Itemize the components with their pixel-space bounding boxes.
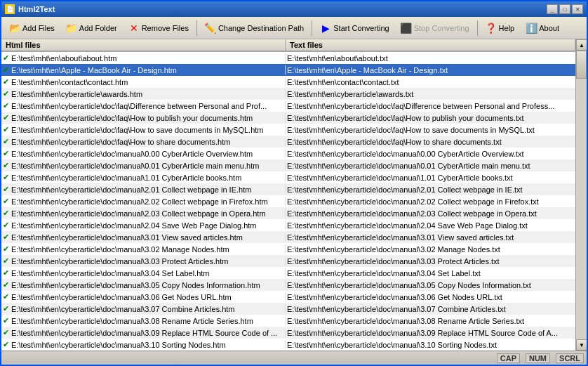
table-row[interactable]: ✔E:\test\mht\en\cyberarticle\doc\faq\How… <box>1 124 575 136</box>
check-icon: ✔ <box>3 328 9 337</box>
stop-converting-icon: ⬛ <box>401 22 412 34</box>
check-icon: ✔ <box>3 268 9 277</box>
txt-cell: E:\test\mht\en\cyberarticle\doc\manual\2… <box>286 185 575 194</box>
table-row[interactable]: ✔E:\test\mht\en\cyberarticle\doc\manual\… <box>1 148 575 159</box>
table-row[interactable]: ✔E:\test\mht\en\about\about.htmE:\test\m… <box>1 52 575 64</box>
table-row[interactable]: ✔E:\test\mht\en\cyberarticle\doc\manual\… <box>1 171 575 183</box>
app-icon: 📄 <box>5 4 15 14</box>
html-path-text: E:\test\mht\en\cyberarticle\doc\manual\2… <box>11 209 266 218</box>
txt-cell: E:\test\mht\en\cyberarticle\doc\manual\3… <box>286 233 575 242</box>
start-converting-button[interactable]: ▶ Start Converting <box>315 19 394 37</box>
html-cell: ✔E:\test\mht\en\cyberarticle\doc\manual\… <box>1 173 286 182</box>
html-cell: ✔E:\test\mht\en\cyberarticle\doc\manual\… <box>1 280 286 289</box>
add-folder-icon: 📁 <box>66 22 77 34</box>
html-cell: ✔E:\test\mht\en\contact\contact.htm <box>1 77 286 86</box>
remove-files-button[interactable]: ✕ Remove Files <box>123 19 194 37</box>
table-row[interactable]: ✔E:\test\mht\en\cyberarticle\doc\manual\… <box>1 303 575 315</box>
check-icon: ✔ <box>3 161 9 170</box>
table-row[interactable]: ✔E:\test\mht\en\Apple - MacBook Air - De… <box>1 64 575 76</box>
title-bar: 📄 Html2Text _ □ ✕ <box>1 1 587 17</box>
table-row[interactable]: ✔E:\test\mht\en\cyberarticle\doc\manual\… <box>1 195 575 207</box>
about-icon: ℹ️ <box>526 22 537 34</box>
table-row[interactable]: ✔E:\test\mht\en\cyberarticle\doc\manual\… <box>1 243 575 255</box>
txt-col-header: Text files <box>286 39 575 51</box>
txt-cell: E:\test\mht\en\cyberarticle\doc\manual\3… <box>286 305 575 313</box>
table-row[interactable]: ✔E:\test\mht\en\cyberarticle\doc\manual\… <box>1 219 575 231</box>
html-cell: ✔E:\test\mht\en\cyberarticle\doc\manual\… <box>1 221 286 230</box>
html-path-text: E:\test\mht\en\cyberarticle\doc\faq\How … <box>11 126 264 134</box>
file-list-body[interactable]: ✔E:\test\mht\en\about\about.htmE:\test\m… <box>1 52 575 351</box>
check-icon: ✔ <box>3 221 9 230</box>
txt-cell: E:\test\mht\en\contact\contact.txt <box>286 78 575 86</box>
html-cell: ✔E:\test\mht\en\cyberarticle\doc\manual\… <box>1 304 286 313</box>
html-cell: ✔E:\test\mht\en\cyberarticle\doc\manual\… <box>1 149 286 158</box>
scroll-up-button[interactable]: ▲ <box>576 39 587 51</box>
check-icon: ✔ <box>3 304 9 313</box>
file-list-container: Html files Text files ✔E:\test\mht\en\ab… <box>1 39 575 351</box>
check-icon: ✔ <box>3 173 9 182</box>
check-icon: ✔ <box>3 185 9 194</box>
add-folder-button[interactable]: 📁 Add Folder <box>61 19 122 37</box>
table-row[interactable]: ✔E:\test\mht\en\cyberarticle\doc\manual\… <box>1 267 575 279</box>
table-row[interactable]: ✔E:\test\mht\en\cyberarticle\doc\manual\… <box>1 255 575 267</box>
table-row[interactable]: ✔E:\test\mht\en\cyberarticle\awards.htmE… <box>1 88 575 100</box>
table-row[interactable]: ✔E:\test\mht\en\cyberarticle\doc\manual\… <box>1 279 575 291</box>
check-icon: ✔ <box>3 197 9 206</box>
html-cell: ✔E:\test\mht\en\cyberarticle\doc\manual\… <box>1 209 286 218</box>
stop-converting-button[interactable]: ⬛ Stop Converting <box>396 19 474 37</box>
scrl-status: SCRL <box>556 353 584 363</box>
html-cell: ✔E:\test\mht\en\cyberarticle\doc\manual\… <box>1 256 286 266</box>
html-path-text: E:\test\mht\en\cyberarticle\doc\manual\3… <box>11 257 228 266</box>
html-cell: ✔E:\test\mht\en\cyberarticle\doc\manual\… <box>1 340 286 349</box>
table-row[interactable]: ✔E:\test\mht\en\contact\contact.htmE:\te… <box>1 76 575 88</box>
html-path-text: E:\test\mht\en\cyberarticle\doc\manual\2… <box>11 221 257 230</box>
html-cell: ✔E:\test\mht\en\cyberarticle\doc\manual\… <box>1 161 286 170</box>
maximize-button[interactable]: □ <box>559 4 570 14</box>
table-row[interactable]: ✔E:\test\mht\en\cyberarticle\doc\manual\… <box>1 327 575 339</box>
add-files-button[interactable]: 📂 Add Files <box>4 19 60 37</box>
html-path-text: E:\test\mht\en\cyberarticle\doc\manual\1… <box>11 174 241 182</box>
table-row[interactable]: ✔E:\test\mht\en\cyberarticle\doc\manual\… <box>1 207 575 219</box>
scroll-track[interactable] <box>576 51 587 339</box>
html-cell: ✔E:\test\mht\en\cyberarticle\doc\manual\… <box>1 197 286 206</box>
table-row[interactable]: ✔E:\test\mht\en\cyberarticle\doc\faq\How… <box>1 136 575 148</box>
html-path-text: E:\test\mht\en\cyberarticle\doc\faq\How … <box>11 114 253 122</box>
html-path-text: E:\test\mht\en\cyberarticle\doc\manual\3… <box>11 329 277 337</box>
remove-files-icon: ✕ <box>128 22 140 34</box>
close-button[interactable]: ✕ <box>572 4 583 14</box>
add-files-icon: 📂 <box>9 22 20 34</box>
table-row[interactable]: ✔E:\test\mht\en\cyberarticle\doc\manual\… <box>1 231 575 243</box>
html-path-text: E:\test\mht\en\cyberarticle\doc\manual\2… <box>11 185 251 194</box>
num-status: NUM <box>526 353 550 363</box>
scrollbar[interactable]: ▲ ▼ <box>575 39 587 351</box>
table-row[interactable]: ✔E:\test\mht\en\cyberarticle\doc\manual\… <box>1 315 575 327</box>
change-dest-icon: ✏️ <box>205 22 216 34</box>
txt-cell: E:\test\mht\en\cyberarticle\doc\manual\3… <box>286 269 575 277</box>
html-cell: ✔E:\test\mht\en\cyberarticle\doc\faq\How… <box>1 137 286 146</box>
html-path-text: E:\test\mht\en\cyberarticle\doc\manual\0… <box>11 150 253 158</box>
table-row[interactable]: ✔E:\test\mht\en\cyberarticle\doc\manual\… <box>1 339 575 351</box>
html-path-text: E:\test\mht\en\contact\contact.htm <box>11 78 128 86</box>
table-row[interactable]: ✔E:\test\mht\en\cyberarticle\doc\faq\How… <box>1 112 575 124</box>
table-row[interactable]: ✔E:\test\mht\en\cyberarticle\doc\manual\… <box>1 159 575 171</box>
check-icon: ✔ <box>3 113 9 122</box>
txt-cell: E:\test\mht\en\cyberarticle\doc\faq\How … <box>286 114 575 122</box>
table-row[interactable]: ✔E:\test\mht\en\cyberarticle\doc\manual\… <box>1 183 575 195</box>
change-dest-button[interactable]: ✏️ Change Destination Path <box>200 19 309 37</box>
check-icon: ✔ <box>3 137 9 146</box>
help-button[interactable]: ❓ Help <box>481 19 520 37</box>
minimize-button[interactable]: _ <box>547 4 558 14</box>
about-button[interactable]: ℹ️ About <box>521 19 564 37</box>
table-row[interactable]: ✔E:\test\mht\en\cyberarticle\doc\manual\… <box>1 291 575 303</box>
html-path-text: E:\test\mht\en\cyberarticle\doc\manual\3… <box>11 317 253 325</box>
check-icon: ✔ <box>3 233 9 242</box>
html-cell: ✔E:\test\mht\en\cyberarticle\doc\manual\… <box>1 268 286 277</box>
html-cell: ✔E:\test\mht\en\cyberarticle\doc\faq\How… <box>1 125 286 134</box>
table-row[interactable]: ✔E:\test\mht\en\cyberarticle\doc\faq\Dif… <box>1 100 575 112</box>
scroll-down-button[interactable]: ▼ <box>576 339 587 351</box>
window-title: Html2Text <box>18 5 55 13</box>
scroll-thumb[interactable] <box>576 51 587 79</box>
check-icon: ✔ <box>3 209 9 218</box>
html-cell: ✔E:\test\mht\en\Apple - MacBook Air - De… <box>1 65 286 74</box>
html-path-text: E:\test\mht\en\cyberarticle\doc\faq\How … <box>11 138 230 146</box>
